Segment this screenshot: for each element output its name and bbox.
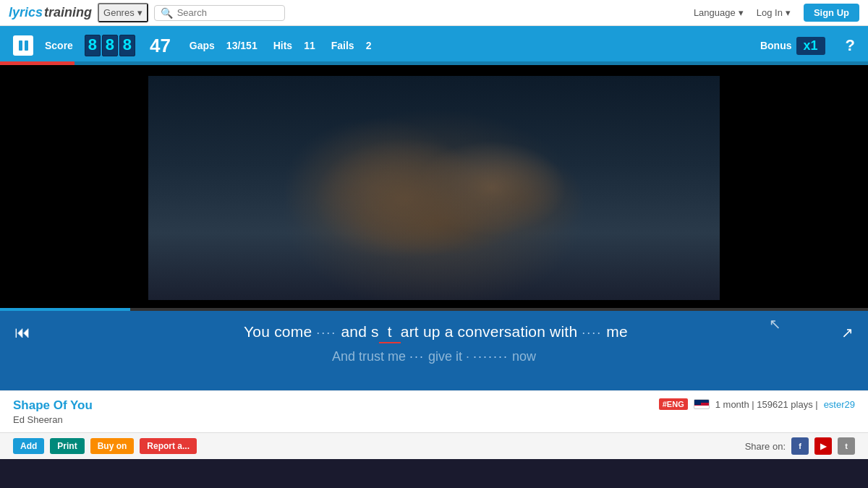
video-overlay: [148, 76, 720, 300]
gaps-value: 13/151: [226, 40, 258, 51]
buy-button[interactable]: Buy on: [90, 438, 135, 454]
gaps-label: Gaps: [190, 40, 215, 51]
lyrics-me: me: [602, 323, 628, 340]
lyrics-controls: ⏮ You come ···· and start up a conversat…: [14, 321, 854, 343]
language-chevron-icon: ▾: [739, 7, 744, 18]
hits-label: Hits: [273, 40, 292, 51]
bonus-multiplier: x1: [796, 37, 825, 55]
share-on-label: Share on:: [745, 441, 786, 452]
bottom-bar: Add Print Buy on Report a... Share on: f…: [0, 432, 868, 459]
song-meta: #ENG 1 month | 159621 plays | ester29: [659, 398, 855, 410]
search-input[interactable]: [177, 7, 278, 18]
fails-label: Fails: [331, 40, 354, 51]
lyrics-line2: And trust me ··· give it · ······· now: [14, 349, 854, 364]
digit-1: 8: [85, 35, 101, 56]
lyrics-area: ⏮ You come ···· and start up a conversat…: [0, 311, 868, 390]
digit-3: 8: [119, 35, 135, 56]
pause-button[interactable]: [13, 35, 33, 56]
lyrics-give: give it ·: [425, 349, 473, 364]
logo-lyrics-text: lyrics: [9, 5, 43, 20]
lyrics-art-up: art up a conversation with: [401, 323, 582, 340]
song-details: Shape Of You Ed Sheeran: [13, 398, 93, 425]
language-label: Language: [694, 7, 736, 18]
signup-button[interactable]: Sign Up: [804, 4, 859, 22]
facebook-share-button[interactable]: f: [791, 437, 809, 455]
genres-label: Genres: [103, 7, 135, 18]
song-stats: 1 month | 159621 plays |: [715, 399, 818, 410]
video-player[interactable]: [148, 76, 720, 300]
add-button[interactable]: Add: [13, 438, 44, 454]
digit-2: 8: [102, 35, 118, 56]
eng-badge: #ENG: [659, 398, 688, 410]
score-number: 47: [150, 35, 171, 57]
cursor-icon: ↖: [769, 315, 781, 333]
video-thumbnail: [148, 76, 720, 300]
song-info: Shape Of You Ed Sheeran #ENG 1 month | 1…: [0, 390, 868, 432]
pause-bar-left: [19, 40, 22, 51]
video-container: [0, 65, 868, 311]
print-button[interactable]: Print: [50, 438, 84, 454]
lyrics-gap2: ····: [582, 325, 602, 340]
score-digits: 8 8 8: [85, 35, 135, 56]
lyrics-line1: You come ···· and start up a conversatio…: [45, 321, 827, 343]
youtube-share-button[interactable]: ▶: [814, 437, 832, 455]
chevron-down-icon: ▾: [137, 7, 142, 18]
language-button[interactable]: Language ▾: [694, 7, 744, 18]
lyrics-gap3: ···: [409, 349, 425, 364]
genres-button[interactable]: Genres ▾: [98, 3, 148, 22]
lyrics-word-youcome: You come: [244, 323, 316, 340]
song-artist: Ed Sheeran: [13, 414, 93, 425]
game-bar: Score 8 8 8 47 Gaps 13/151 Hits 11 Fails…: [0, 26, 868, 65]
lyrics-now: now: [509, 349, 536, 364]
song-title: Shape Of You: [13, 398, 93, 413]
pause-bar-right: [25, 40, 28, 51]
lyrics-gap4: ·······: [473, 349, 509, 364]
search-area: 🔍: [154, 5, 285, 21]
search-icon: 🔍: [161, 7, 173, 19]
bonus-label: Bonus: [760, 40, 792, 51]
login-label: Log In: [757, 7, 783, 18]
flag-icon: [694, 399, 710, 409]
lyrics-gap1: ····: [316, 325, 336, 340]
bonus-area: Bonus x1: [760, 37, 825, 55]
login-chevron-icon: ▾: [786, 7, 791, 18]
logo: lyricstraining: [9, 5, 92, 20]
twitter-share-button[interactable]: t: [838, 437, 855, 455]
lyrics-trust: And trust me: [332, 349, 409, 364]
lyrics-typed[interactable]: t: [379, 321, 401, 343]
help-button[interactable]: ?: [846, 36, 855, 55]
share-button[interactable]: ↗: [841, 324, 854, 341]
score-label: Score: [45, 40, 73, 51]
user-link[interactable]: ester29: [824, 399, 855, 410]
hits-value: 11: [304, 40, 315, 51]
logo-training-text: training: [44, 5, 92, 20]
navbar: lyricstraining Genres ▾ 🔍 Language ▾ Log…: [0, 0, 868, 26]
login-button[interactable]: Log In ▾: [757, 7, 791, 18]
fails-value: 2: [366, 40, 372, 51]
report-button[interactable]: Report a...: [140, 438, 197, 454]
restart-button[interactable]: ⏮: [14, 323, 30, 342]
lyrics-and-s: and s: [336, 323, 378, 340]
